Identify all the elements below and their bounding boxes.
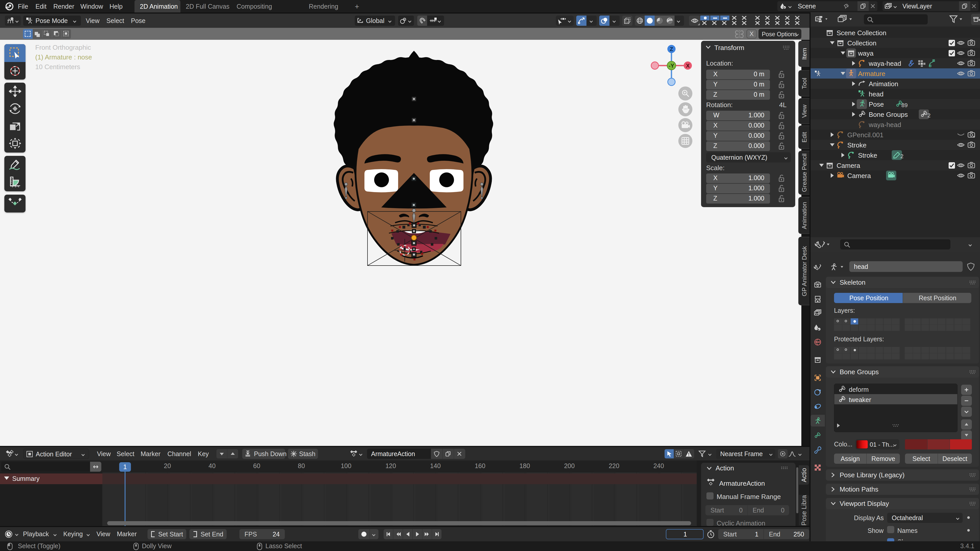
svg-text:Z: Z xyxy=(670,46,673,52)
svg-text:X: X xyxy=(686,62,690,69)
svg-text:-Y: -Y xyxy=(669,62,674,69)
